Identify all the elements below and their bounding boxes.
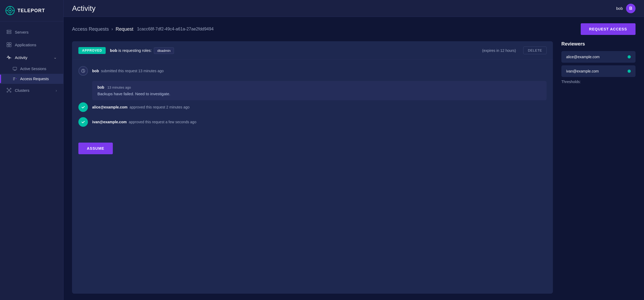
- svg-point-10: [8, 33, 8, 33]
- svg-line-25: [8, 89, 9, 90]
- breadcrumb: Access Requests › Request 1cacc68f-7df2-…: [72, 26, 214, 32]
- teleport-logo-icon: [5, 6, 15, 15]
- timeline-icon-pending: [78, 66, 88, 76]
- server-icon: [6, 29, 12, 35]
- svg-rect-7: [7, 30, 11, 31]
- breadcrumb-bar: Access Requests › Request 1cacc68f-7df2-…: [72, 23, 636, 35]
- request-access-button[interactable]: REQUEST ACCESS: [581, 23, 636, 35]
- page-header: Activity bob B: [64, 0, 644, 17]
- timeline-actor-alice: alice@example.com: [92, 105, 128, 109]
- clusters-icon: [6, 88, 12, 93]
- checkmark-icon: [81, 105, 86, 110]
- sidebar-item-access-requests-label: Access Requests: [20, 77, 49, 81]
- sidebar-item-active-sessions-label: Active Sessions: [20, 67, 46, 71]
- svg-rect-12: [9, 43, 11, 44]
- sidebar-item-servers[interactable]: Servers: [0, 26, 63, 38]
- page-content: Access Requests › Request 1cacc68f-7df2-…: [64, 17, 644, 300]
- svg-point-21: [7, 88, 8, 89]
- timeline-icon-approved-alice: [78, 102, 88, 112]
- timeline-meta-alice: alice@example.com approved this request …: [92, 102, 190, 112]
- expires-text: (expires in 12 hours): [482, 48, 516, 53]
- reviewers-panel: Reviewers alice@example.com ivan@example…: [561, 41, 636, 294]
- svg-line-27: [8, 91, 9, 92]
- breadcrumb-separator: ›: [111, 27, 113, 31]
- assume-button[interactable]: ASSUME: [78, 143, 113, 154]
- chevron-down-icon: ⌄: [53, 55, 57, 60]
- page-title: Activity: [72, 4, 96, 13]
- checkmark-icon-2: [81, 120, 86, 124]
- app-icon: [6, 42, 12, 47]
- timeline-actor-bob: bob: [92, 69, 99, 73]
- chevron-right-icon: ›: [56, 88, 57, 93]
- request-header: APPROVED bob is requesting roles: dbadmi…: [72, 41, 553, 60]
- main-layout: APPROVED bob is requesting roles: dbadmi…: [72, 41, 636, 294]
- comment-author: bob 13 minutes ago: [97, 85, 541, 89]
- timeline-meta-submit: bob submitted this request 13 minutes ag…: [92, 66, 164, 76]
- comment-text: Backups have failed. Need to investigate…: [97, 92, 541, 96]
- sidebar-item-active-sessions[interactable]: Active Sessions: [0, 64, 63, 74]
- comment-box: bob 13 minutes ago Backups have failed. …: [92, 81, 547, 100]
- sidebar-item-clusters[interactable]: Clusters ›: [0, 84, 63, 97]
- reviewer-item-ivan: ivan@example.com: [561, 65, 636, 77]
- reviewer-email-alice: alice@example.com: [566, 55, 600, 59]
- timeline-item: bob submitted this request 13 minutes ag…: [78, 66, 547, 76]
- timeline-actor-ivan: ivan@example.com: [92, 120, 127, 124]
- svg-rect-15: [13, 67, 17, 70]
- pending-icon: [81, 69, 85, 73]
- sidebar-item-activity[interactable]: Activity ⌄: [0, 51, 63, 64]
- thresholds-label: Thresholds:: [561, 80, 636, 84]
- reviewer-item-alice: alice@example.com: [561, 51, 636, 63]
- sidebar-item-servers-label: Servers: [15, 30, 29, 34]
- svg-line-26: [10, 89, 10, 90]
- sidebar-item-applications-label: Applications: [15, 43, 36, 47]
- svg-rect-11: [7, 43, 9, 44]
- svg-rect-8: [7, 32, 11, 34]
- timeline-icon-approved-ivan: [78, 117, 88, 127]
- sidebar-item-applications[interactable]: Applications: [0, 38, 63, 51]
- avatar[interactable]: B: [626, 4, 636, 13]
- svg-rect-13: [7, 45, 9, 47]
- svg-point-22: [10, 88, 11, 89]
- requests-icon: [13, 77, 17, 81]
- sidebar-navigation: Servers Applications Activity ⌄: [0, 21, 63, 101]
- requester-name: bob: [110, 48, 117, 53]
- sidebar-item-clusters-label: Clusters: [15, 88, 29, 93]
- user-menu[interactable]: bob B: [616, 4, 636, 13]
- timeline-meta-ivan: ivan@example.com approved this request a…: [92, 117, 196, 127]
- activity-icon: [6, 55, 12, 60]
- timeline: bob submitted this request 13 minutes ag…: [72, 60, 553, 138]
- role-badge: dbadmin: [154, 47, 174, 54]
- timeline-item-alice: alice@example.com approved this request …: [78, 102, 547, 112]
- svg-point-2: [9, 10, 11, 11]
- svg-point-9: [8, 31, 8, 31]
- svg-point-23: [7, 91, 8, 92]
- sidebar: TELEPORT Servers Applications: [0, 0, 64, 300]
- reviewer-email-ivan: ivan@example.com: [566, 69, 599, 73]
- sessions-icon: [13, 67, 17, 71]
- reviewer-status-alice: [628, 55, 631, 58]
- status-badge: APPROVED: [78, 47, 106, 54]
- main-content: Activity bob B Access Requests › Request…: [64, 0, 644, 300]
- timeline-item-ivan: ivan@example.com approved this request a…: [78, 117, 547, 127]
- sidebar-item-activity-label: Activity: [15, 55, 28, 60]
- breadcrumb-id: 1cacc68f-7df2-49c4-a61a-27ae2fdd9494: [137, 27, 213, 31]
- request-card: APPROVED bob is requesting roles: dbadmi…: [72, 41, 553, 294]
- breadcrumb-parent[interactable]: Access Requests: [72, 26, 109, 32]
- svg-rect-14: [9, 45, 11, 47]
- reviewers-title: Reviewers: [561, 41, 636, 47]
- sidebar-item-access-requests[interactable]: Access Requests: [0, 74, 63, 84]
- svg-point-24: [10, 91, 11, 92]
- delete-button[interactable]: DELETE: [523, 47, 547, 54]
- reviewer-status-ivan: [628, 70, 631, 73]
- request-description: bob is requesting roles: dbadmin: [110, 48, 174, 53]
- logo-text: TELEPORT: [17, 8, 45, 13]
- sidebar-logo: TELEPORT: [0, 0, 63, 21]
- assume-section: ASSUME: [72, 138, 553, 161]
- svg-line-28: [10, 91, 10, 92]
- comment-time: 13 minutes ago: [108, 85, 131, 89]
- user-name: bob: [616, 6, 623, 11]
- breadcrumb-current: Request: [115, 26, 133, 32]
